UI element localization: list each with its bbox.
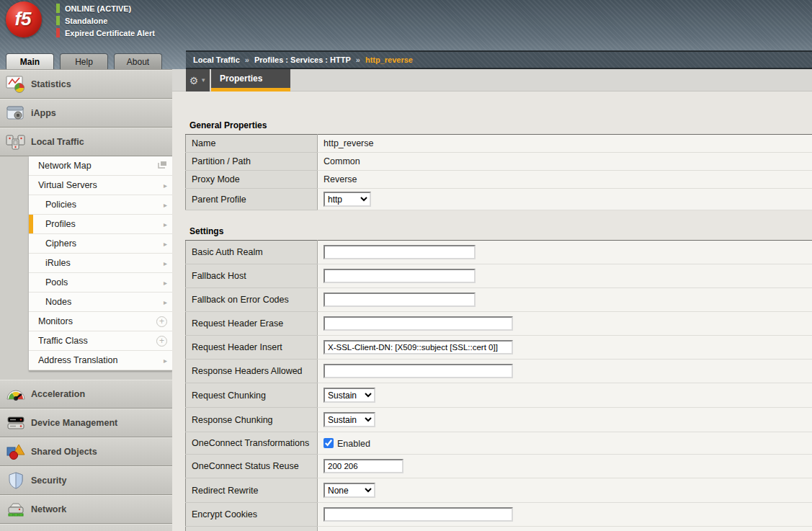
tab-properties[interactable]: Properties xyxy=(211,69,290,92)
sidebar-item-label: Network xyxy=(31,504,66,514)
fallback-on-error-codes-label: Fallback on Error Codes xyxy=(186,288,318,312)
request-header-insert-label: Request Header Insert xyxy=(186,336,318,360)
sidebar-item-label: Monitors xyxy=(38,316,73,326)
table-row: OneConnect Status Reuse xyxy=(186,455,812,478)
response-headers-allowed-label: Response Headers Allowed xyxy=(186,360,318,383)
statistics-icon xyxy=(5,74,27,94)
sidebar-item-label: Traffic Class xyxy=(38,336,88,346)
breadcrumb-current: http_reverse xyxy=(365,55,413,64)
table-row: Cookie Encryption Passphrase xyxy=(186,527,812,531)
breadcrumb-part[interactable]: Profiles : Services : HTTP xyxy=(254,55,351,64)
settings-gear-menu[interactable]: ⚙ ▼ xyxy=(186,69,210,92)
table-row: Request Header Erase xyxy=(186,312,812,336)
sidebar-item-device-management[interactable]: Device Management xyxy=(0,409,172,437)
sidebar-item-label: Device Management xyxy=(31,418,117,428)
sidebar-item-partial xyxy=(0,524,172,531)
sidebar-item-profiles[interactable]: Profiles▸ xyxy=(29,215,172,234)
request-header-erase-input[interactable] xyxy=(324,316,513,331)
sidebar-item-pools[interactable]: Pools▸ xyxy=(29,273,172,293)
sidebar-item-address-translation[interactable]: Address Translation▸ xyxy=(29,351,172,370)
sidebar-item-nodes[interactable]: Nodes▸ xyxy=(29,293,172,312)
sidebar-item-label: Address Translation xyxy=(38,355,117,365)
status-label: Expired Certificate Alert xyxy=(65,29,155,37)
sidebar-item-ciphers[interactable]: Ciphers▸ xyxy=(29,234,172,254)
sidebar-item-local-traffic[interactable]: Local Traffic xyxy=(0,128,172,156)
tab-main[interactable]: Main xyxy=(6,53,54,69)
cookie-encryption-passphrase-cell xyxy=(318,527,812,531)
sidebar-item-traffic-class[interactable]: Traffic Class+ xyxy=(29,331,172,351)
sidebar-item-acceleration[interactable]: Acceleration xyxy=(0,380,172,409)
table-row: Request ChunkingSustain xyxy=(186,383,812,408)
encrypt-cookies-cell xyxy=(318,503,812,527)
sidebar-item-label: Local Traffic xyxy=(31,137,84,147)
tab-about[interactable]: About xyxy=(114,53,162,69)
parent-profile-select[interactable]: http xyxy=(324,192,371,207)
table-row: Response Headers Allowed xyxy=(186,360,812,383)
sidebar-item-virtual-servers[interactable]: Virtual Servers▸ xyxy=(29,176,172,195)
table-row: Redirect RewriteNone xyxy=(186,478,812,503)
status-indicator-icon xyxy=(56,4,60,13)
gear-icon: ⚙ xyxy=(189,76,199,86)
top-header: f5 ONLINE (ACTIVE)StandaloneExpired Cert… xyxy=(0,0,812,69)
sidebar-item-label: Ciphers xyxy=(45,238,76,249)
table-row: Namehttp_reverse xyxy=(186,135,812,153)
fallback-host-input[interactable] xyxy=(324,269,476,283)
main-content: ⚙ ▼ Properties General Properties Nameht… xyxy=(172,69,812,531)
sidebar-item-irules[interactable]: iRules▸ xyxy=(29,254,172,273)
sidebar-item-label: Virtual Servers xyxy=(38,180,97,190)
oneconnect-transformations-cell: Enabled xyxy=(318,432,812,455)
status-row: ONLINE (ACTIVE) xyxy=(56,2,155,14)
cookie-encryption-passphrase-label: Cookie Encryption Passphrase xyxy=(186,527,318,531)
redirect-rewrite-select[interactable]: None xyxy=(324,483,375,498)
chevron-right-icon: ▸ xyxy=(164,220,167,228)
sidebar-item-shared-objects[interactable]: Shared Objects xyxy=(0,437,172,466)
network-map-icon[interactable] xyxy=(157,161,167,171)
sidebar-item-label: iRules xyxy=(45,258,71,268)
encrypt-cookies-input[interactable] xyxy=(324,507,513,522)
tab-help[interactable]: Help xyxy=(60,53,108,69)
table-row: Encrypt Cookies xyxy=(186,503,812,527)
status-label: Standalone xyxy=(65,17,107,25)
sidebar-item-label: Pools xyxy=(45,277,68,287)
redirect-rewrite-label: Redirect Rewrite xyxy=(186,478,318,503)
fallback-on-error-codes-input[interactable] xyxy=(324,293,476,307)
add-icon[interactable]: + xyxy=(156,316,167,327)
response-headers-allowed-input[interactable] xyxy=(324,364,513,378)
sidebar-item-policies[interactable]: Policies▸ xyxy=(29,195,172,215)
response-chunking-cell: Sustain xyxy=(318,408,812,432)
chevron-right-icon: ▸ xyxy=(164,279,167,287)
breadcrumb-part[interactable]: Local Traffic xyxy=(193,55,240,64)
add-icon[interactable]: + xyxy=(156,336,167,347)
basic-auth-realm-input[interactable] xyxy=(324,245,476,259)
name-value: http_reverse xyxy=(324,138,373,148)
oneconnect-transformations-checkbox[interactable] xyxy=(324,438,334,448)
sidebar-item-label: Nodes xyxy=(45,297,71,307)
table-row: OneConnect TransformationsEnabled xyxy=(186,432,812,455)
breadcrumb: Local Traffic » Profiles : Services : HT… xyxy=(186,50,812,69)
sidebar-item-security[interactable]: Security xyxy=(0,466,172,495)
basic-auth-realm-label: Basic Auth Realm xyxy=(186,241,318,264)
fallback-host-cell xyxy=(318,264,812,288)
breadcrumb-separator-icon: » xyxy=(356,55,360,64)
f5-logo[interactable]: f5 xyxy=(6,1,42,37)
proxy-mode-cell: Reverse xyxy=(318,171,812,189)
sidebar-item-statistics[interactable]: Statistics xyxy=(0,70,172,99)
sidebar-item-label: Statistics xyxy=(31,79,71,89)
request-header-insert-input[interactable] xyxy=(324,340,513,354)
response-chunking-select[interactable]: Sustain xyxy=(324,412,375,427)
oneconnect-status-reuse-input[interactable] xyxy=(324,459,403,473)
sidebar-item-network[interactable]: Network xyxy=(0,495,172,524)
proxy-mode-value: Reverse xyxy=(324,174,357,184)
general-properties-table: Namehttp_reversePartition / PathCommonPr… xyxy=(185,134,812,210)
sidebar-item-network-map[interactable]: Network Map xyxy=(29,156,172,176)
security-icon xyxy=(5,470,27,491)
basic-auth-realm-cell xyxy=(318,241,812,264)
sidebar-item-monitors[interactable]: Monitors+ xyxy=(29,312,172,331)
fallback-on-error-codes-cell xyxy=(318,288,812,312)
request-chunking-select[interactable]: Sustain xyxy=(324,388,375,403)
status-indicator-icon xyxy=(56,28,60,37)
partition-path-label: Partition / Path xyxy=(186,153,318,171)
table-row: Proxy ModeReverse xyxy=(186,171,812,189)
oneconnect-status-reuse-cell xyxy=(318,455,812,478)
sidebar-item-iapps[interactable]: iApps xyxy=(0,99,172,128)
